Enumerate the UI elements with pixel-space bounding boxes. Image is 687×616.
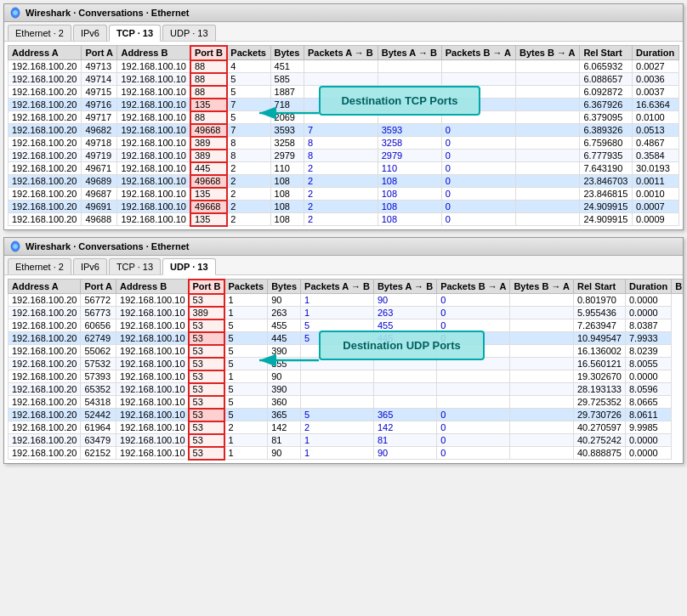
col-duration-udp: Duration [625,280,671,294]
table-row: 192.168.100.20 [9,60,82,73]
table-row: 0.3584 [633,150,679,162]
udp-table: Address A Port A Address B Port B Packet… [8,279,683,460]
table-row: 192.168.100.20 [9,73,82,86]
table-row: 192.168.100.20 [9,99,82,111]
table-row [304,60,378,73]
table-row: 1 [301,294,374,307]
table-row: 29.730726 [573,409,625,421]
table-row: 29.725352 [573,396,625,409]
col-bytes-ab-udp: Bytes A → B [373,280,436,294]
table-row: 3258 [270,137,304,150]
table-row: 6.367926 [580,99,633,111]
tab-tcp-1[interactable]: TCP · 13 [109,25,161,42]
table-row: 135 [190,213,226,226]
tcp-table: Address A Port A Address B Port B Packet… [8,45,679,226]
table-row: 142 [268,421,301,434]
table-row: 1 [224,294,268,307]
table-row: 53 [189,294,224,307]
table-row: 90 [268,370,301,383]
table-row: 0.0037 [633,86,679,99]
table-row: 192.168.100.20 [9,358,81,370]
table-row: 16.6364 [633,99,679,111]
table-row [437,345,510,358]
table-row: 5 [224,409,268,421]
tab-udp-1[interactable]: UDP · 13 [162,25,215,41]
table-row: 88 [190,111,226,124]
table-row: 49713 [82,60,117,73]
table-row [515,188,579,201]
table-row: 49717 [82,111,117,124]
table-row: 90 [268,294,301,307]
col-pkt-ab: Packets A → B [304,46,378,60]
tab-udp-2[interactable]: UDP · 13 [162,258,215,275]
table-row: 0.0000 [625,370,671,383]
table-row: 8.0665 [625,396,671,409]
table-row: 1 [224,307,268,319]
table-row: 445 [190,162,226,175]
table-row [373,345,436,358]
tab-tcp-2[interactable]: TCP · 13 [109,258,161,274]
col-bytes-ab: Bytes A → B [378,46,441,60]
table-row: 54318 [81,396,116,409]
table-row: 3258 [378,137,441,150]
table-row: 40.275242 [573,434,625,447]
table-row: 192.168.100.10 [117,111,190,124]
table-row: 0 [437,447,510,460]
table-row: 6.379095 [580,111,633,124]
table-row: 0 [441,213,515,226]
table-row [373,396,436,409]
table-row: 5 [301,332,374,345]
table-row: 62152 [81,447,116,460]
table-row: 192.168.100.20 [9,150,82,162]
table-row: 192.168.100.10 [116,447,189,460]
table-row: 192.168.100.10 [117,162,190,175]
tab-ipv6-2[interactable]: IPv6 [73,258,107,274]
table-row: 5.955436 [573,307,625,319]
table-row: 0.0000 [625,294,671,307]
table-row: 5 [224,396,268,409]
table-row: 192.168.100.10 [117,175,190,188]
table-row [437,396,510,409]
table-row: 2 [227,175,270,188]
table-row [301,383,374,396]
table-row: 49682 [82,124,117,137]
table-row: 53 [189,370,224,383]
table-row: 2979 [378,150,441,162]
table-row: 49668 [190,124,226,137]
table-row: 8.0387 [625,319,671,332]
tab-ipv6-1[interactable]: IPv6 [73,25,107,41]
table-row: 108 [270,175,304,188]
table-row [441,99,515,111]
table-row [510,370,574,383]
table-row: 62749 [81,332,116,345]
table-row: 56772 [81,294,116,307]
col-addr-b-udp: Address B [116,280,189,294]
col-packets-udp: Packets [224,280,268,294]
table-row [510,345,574,358]
table-row: 24.909915 [580,213,633,226]
table-row: 389 [189,307,224,319]
table-row [378,99,441,111]
table-row: 2979 [270,150,304,162]
table-row: 192.168.100.20 [9,294,81,307]
table-row: 3593 [270,124,304,137]
table-row: 445 [373,332,436,345]
table-row: 23.846815 [580,188,633,201]
tab-ethernet-1[interactable]: Ethernet · 2 [8,25,71,41]
tab-ethernet-2[interactable]: Ethernet · 2 [8,258,71,274]
table-row: 53 [189,396,224,409]
table-row [515,86,579,99]
table-row: 24.909915 [580,201,633,213]
table-row: 65352 [81,383,116,396]
table-row: 0 [441,137,515,150]
table-row: 192.168.100.20 [9,370,81,383]
table-row: 28.193133 [573,383,625,396]
table-row: 49687 [82,188,117,201]
table-row: 192.168.100.10 [117,60,190,73]
table-row: 88 [190,60,226,73]
table-row [515,150,579,162]
table-row: 6.065932 [580,60,633,73]
table-row: 81 [268,434,301,447]
table-row [510,421,574,434]
table-row: 90 [268,447,301,460]
